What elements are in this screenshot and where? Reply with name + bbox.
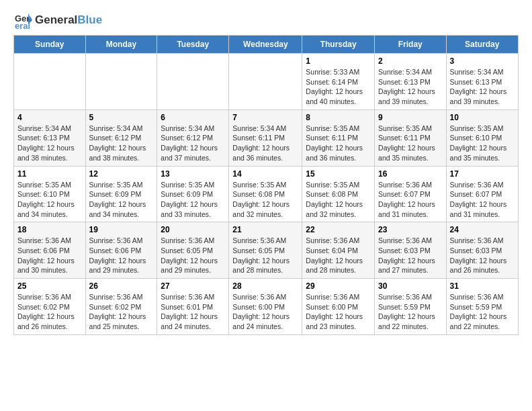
weekday-header-friday: Friday	[375, 36, 447, 54]
calendar-cell: 23Sunrise: 5:36 AM Sunset: 6:03 PM Dayli…	[375, 222, 447, 279]
day-info: Sunrise: 5:35 AM Sunset: 6:09 PM Dayligh…	[161, 180, 225, 220]
calendar-cell	[157, 54, 229, 110]
calendar-cell: 1Sunrise: 5:33 AM Sunset: 6:14 PM Daylig…	[302, 54, 375, 110]
day-info: Sunrise: 5:35 AM Sunset: 6:11 PM Dayligh…	[378, 124, 443, 163]
day-number: 16	[378, 169, 443, 179]
calendar-cell	[85, 54, 157, 110]
calendar-cell	[14, 54, 86, 110]
day-number: 24	[450, 225, 515, 234]
day-info: Sunrise: 5:36 AM Sunset: 6:05 PM Dayligh…	[161, 236, 225, 275]
calendar-week-row: 25Sunrise: 5:36 AM Sunset: 6:02 PM Dayli…	[14, 279, 519, 335]
calendar-cell: 19Sunrise: 5:36 AM Sunset: 6:06 PM Dayli…	[85, 222, 157, 279]
day-info: Sunrise: 5:36 AM Sunset: 6:07 PM Dayligh…	[378, 180, 443, 220]
day-number: 14	[232, 169, 298, 179]
day-number: 2	[378, 56, 443, 66]
day-info: Sunrise: 5:35 AM Sunset: 6:09 PM Dayligh…	[89, 180, 154, 220]
calendar-cell: 24Sunrise: 5:36 AM Sunset: 6:03 PM Dayli…	[446, 222, 518, 279]
day-number: 20	[161, 225, 225, 234]
day-number: 18	[17, 225, 82, 234]
day-info: Sunrise: 5:36 AM Sunset: 6:04 PM Dayligh…	[306, 236, 371, 275]
day-info: Sunrise: 5:34 AM Sunset: 6:13 PM Dayligh…	[17, 124, 82, 163]
day-number: 23	[378, 225, 443, 234]
day-number: 6	[161, 113, 225, 122]
logo: Gen eral GeneralBlue	[13, 11, 102, 30]
day-number: 8	[306, 113, 371, 122]
logo-general-text: GeneralBlue	[35, 13, 102, 27]
day-info: Sunrise: 5:36 AM Sunset: 6:07 PM Dayligh…	[450, 180, 515, 220]
logo-icon: Gen eral	[13, 11, 32, 30]
calendar-cell: 5Sunrise: 5:34 AM Sunset: 6:12 PM Daylig…	[85, 109, 157, 166]
day-info: Sunrise: 5:34 AM Sunset: 6:13 PM Dayligh…	[378, 67, 443, 107]
weekday-header-sunday: Sunday	[14, 36, 86, 54]
calendar-cell	[229, 54, 302, 110]
calendar-cell: 3Sunrise: 5:34 AM Sunset: 6:13 PM Daylig…	[446, 54, 518, 110]
calendar-week-row: 1Sunrise: 5:33 AM Sunset: 6:14 PM Daylig…	[14, 54, 519, 110]
calendar-cell: 26Sunrise: 5:36 AM Sunset: 6:02 PM Dayli…	[85, 279, 157, 335]
weekday-header-tuesday: Tuesday	[157, 36, 229, 54]
day-number: 9	[378, 113, 443, 122]
day-info: Sunrise: 5:36 AM Sunset: 5:59 PM Dayligh…	[378, 292, 443, 332]
calendar-cell: 18Sunrise: 5:36 AM Sunset: 6:06 PM Dayli…	[14, 222, 86, 279]
page-header: Gen eral GeneralBlue	[13, 11, 519, 30]
svg-text:eral: eral	[15, 21, 30, 30]
calendar-cell: 17Sunrise: 5:36 AM Sunset: 6:07 PM Dayli…	[446, 166, 518, 222]
day-number: 3	[450, 56, 515, 66]
day-number: 31	[450, 281, 515, 291]
day-number: 1	[306, 56, 371, 66]
day-info: Sunrise: 5:36 AM Sunset: 6:06 PM Dayligh…	[17, 236, 82, 275]
calendar-cell: 6Sunrise: 5:34 AM Sunset: 6:12 PM Daylig…	[157, 109, 229, 166]
day-number: 21	[232, 225, 298, 234]
day-number: 28	[232, 281, 298, 291]
day-info: Sunrise: 5:33 AM Sunset: 6:14 PM Dayligh…	[306, 67, 371, 107]
day-info: Sunrise: 5:34 AM Sunset: 6:11 PM Dayligh…	[232, 124, 298, 163]
calendar-cell: 11Sunrise: 5:35 AM Sunset: 6:10 PM Dayli…	[14, 166, 86, 222]
day-number: 5	[89, 113, 154, 122]
calendar-cell: 30Sunrise: 5:36 AM Sunset: 5:59 PM Dayli…	[375, 279, 447, 335]
day-info: Sunrise: 5:34 AM Sunset: 6:13 PM Dayligh…	[450, 67, 515, 107]
day-info: Sunrise: 5:34 AM Sunset: 6:12 PM Dayligh…	[161, 124, 225, 163]
calendar-cell: 8Sunrise: 5:35 AM Sunset: 6:11 PM Daylig…	[302, 109, 375, 166]
calendar-week-row: 4Sunrise: 5:34 AM Sunset: 6:13 PM Daylig…	[14, 109, 519, 166]
day-number: 4	[17, 113, 82, 122]
day-info: Sunrise: 5:35 AM Sunset: 6:08 PM Dayligh…	[232, 180, 298, 220]
day-info: Sunrise: 5:36 AM Sunset: 6:00 PM Dayligh…	[232, 292, 298, 332]
calendar-cell: 28Sunrise: 5:36 AM Sunset: 6:00 PM Dayli…	[229, 279, 302, 335]
day-number: 25	[17, 281, 82, 291]
calendar-cell: 21Sunrise: 5:36 AM Sunset: 6:05 PM Dayli…	[229, 222, 302, 279]
day-number: 26	[89, 281, 154, 291]
calendar-cell: 13Sunrise: 5:35 AM Sunset: 6:09 PM Dayli…	[157, 166, 229, 222]
day-info: Sunrise: 5:36 AM Sunset: 6:05 PM Dayligh…	[232, 236, 298, 275]
calendar-cell: 16Sunrise: 5:36 AM Sunset: 6:07 PM Dayli…	[375, 166, 447, 222]
calendar-week-row: 11Sunrise: 5:35 AM Sunset: 6:10 PM Dayli…	[14, 166, 519, 222]
day-number: 30	[378, 281, 443, 291]
calendar-cell: 31Sunrise: 5:36 AM Sunset: 5:59 PM Dayli…	[446, 279, 518, 335]
day-number: 17	[450, 169, 515, 179]
day-info: Sunrise: 5:35 AM Sunset: 6:08 PM Dayligh…	[306, 180, 371, 220]
calendar-cell: 10Sunrise: 5:35 AM Sunset: 6:10 PM Dayli…	[446, 109, 518, 166]
weekday-header-wednesday: Wednesday	[229, 36, 302, 54]
calendar-week-row: 18Sunrise: 5:36 AM Sunset: 6:06 PM Dayli…	[14, 222, 519, 279]
day-info: Sunrise: 5:36 AM Sunset: 6:03 PM Dayligh…	[378, 236, 443, 275]
calendar-cell: 14Sunrise: 5:35 AM Sunset: 6:08 PM Dayli…	[229, 166, 302, 222]
weekday-header-thursday: Thursday	[302, 36, 375, 54]
weekday-header-saturday: Saturday	[446, 36, 518, 54]
day-number: 12	[89, 169, 154, 179]
calendar-cell: 9Sunrise: 5:35 AM Sunset: 6:11 PM Daylig…	[375, 109, 447, 166]
day-info: Sunrise: 5:34 AM Sunset: 6:12 PM Dayligh…	[89, 124, 154, 163]
calendar-cell: 12Sunrise: 5:35 AM Sunset: 6:09 PM Dayli…	[85, 166, 157, 222]
calendar-cell: 7Sunrise: 5:34 AM Sunset: 6:11 PM Daylig…	[229, 109, 302, 166]
calendar-cell: 25Sunrise: 5:36 AM Sunset: 6:02 PM Dayli…	[14, 279, 86, 335]
day-info: Sunrise: 5:35 AM Sunset: 6:10 PM Dayligh…	[17, 180, 82, 220]
day-info: Sunrise: 5:35 AM Sunset: 6:10 PM Dayligh…	[450, 124, 515, 163]
day-info: Sunrise: 5:35 AM Sunset: 6:11 PM Dayligh…	[306, 124, 371, 163]
day-number: 10	[450, 113, 515, 122]
weekday-header-row: SundayMondayTuesdayWednesdayThursdayFrid…	[14, 36, 519, 54]
calendar-cell: 4Sunrise: 5:34 AM Sunset: 6:13 PM Daylig…	[14, 109, 86, 166]
day-info: Sunrise: 5:36 AM Sunset: 6:01 PM Dayligh…	[161, 292, 225, 332]
calendar-cell: 2Sunrise: 5:34 AM Sunset: 6:13 PM Daylig…	[375, 54, 447, 110]
day-number: 22	[306, 225, 371, 234]
day-number: 27	[161, 281, 225, 291]
calendar-cell: 29Sunrise: 5:36 AM Sunset: 6:00 PM Dayli…	[302, 279, 375, 335]
calendar-cell: 15Sunrise: 5:35 AM Sunset: 6:08 PM Dayli…	[302, 166, 375, 222]
day-number: 19	[89, 225, 154, 234]
